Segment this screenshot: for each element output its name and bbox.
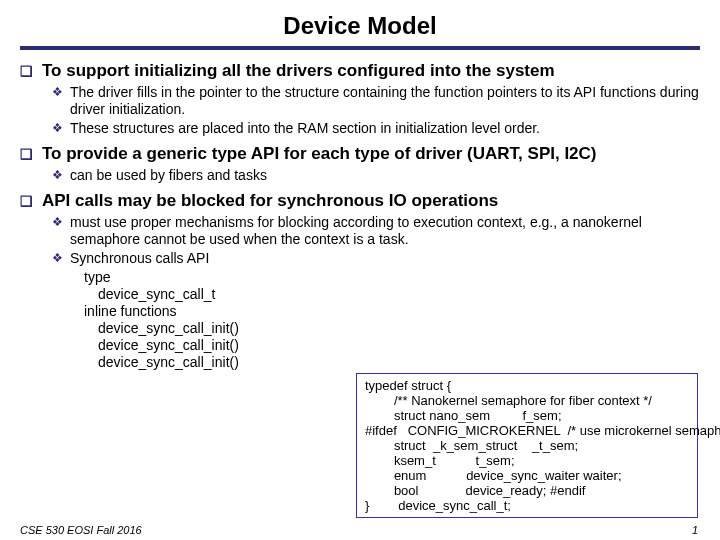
code-line: bool device_ready; #endif [365,483,689,498]
bullet-text: To provide a generic type API for each t… [42,143,700,165]
bullet-text: To support initializing all the drivers … [42,60,700,82]
square-bullet-icon: ❑ [20,190,42,212]
diamond-bullet-icon: ❖ [52,120,70,137]
sub-bullet-text: can be used by fibers and tasks [70,167,700,184]
code-line: struct nano_sem f_sem; [365,408,689,423]
code-line: device_sync_call_init() [84,354,700,371]
code-line: ksem_t t_sem; [365,453,689,468]
code-line: inline functions [84,303,700,320]
square-bullet-icon: ❑ [20,143,42,165]
bullet-text: API calls may be blocked for synchronous… [42,190,700,212]
code-line: device_sync_call_t [84,286,700,303]
sub-bullet-text: Synchronous calls API type device_sync_c… [70,250,700,371]
diamond-bullet-icon: ❖ [52,167,70,184]
sub-bullet-text: These structures are placed into the RAM… [70,120,700,137]
footer-left: CSE 530 EOSI Fall 2016 [20,524,142,536]
diamond-bullet-icon: ❖ [52,214,70,231]
code-line: /** Nanokernel semaphore for fiber conte… [365,393,689,408]
square-bullet-icon: ❑ [20,60,42,82]
page-number: 1 [692,524,698,536]
code-line: } device_sync_call_t; [365,498,689,513]
slide-title: Device Model [20,12,700,40]
code-line: device_sync_call_init() [84,337,700,354]
code-box: typedef struct { /** Nanokernel semaphor… [356,373,698,518]
code-line: type [84,269,700,286]
code-line: typedef struct { [365,378,689,393]
sub-bullet-text: The driver fills in the pointer to the s… [70,84,700,118]
code-line: enum device_sync_waiter waiter; [365,468,689,483]
diamond-bullet-icon: ❖ [52,250,70,267]
code-line: device_sync_call_init() [84,320,700,337]
sub-bullet-label: Synchronous calls API [70,250,209,266]
title-rule [20,46,700,50]
diamond-bullet-icon: ❖ [52,84,70,101]
sub-bullet-text: must use proper mechanisms for blocking … [70,214,700,248]
code-line: #ifdef CONFIG_MICROKERNEL /* use microke… [365,423,689,438]
code-line: struct _k_sem_struct _t_sem; [365,438,689,453]
